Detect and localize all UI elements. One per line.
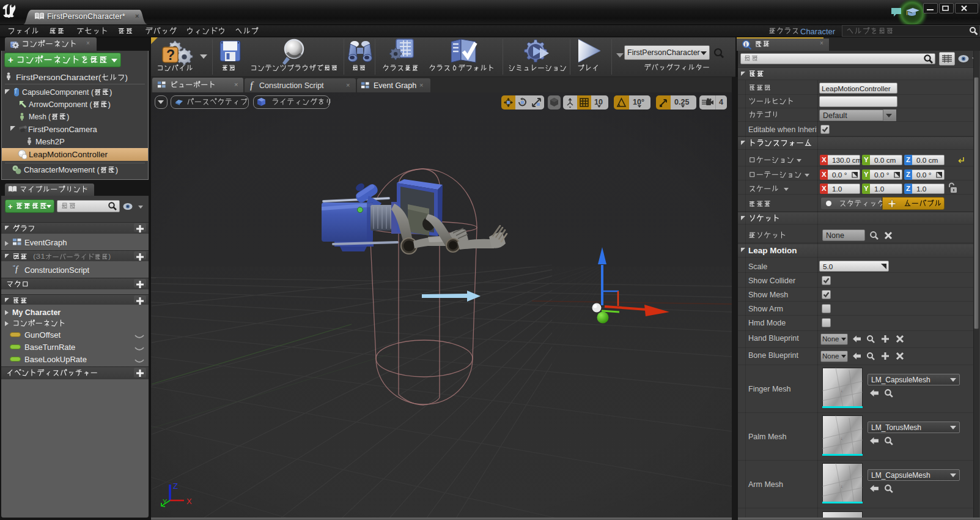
svg-text:): ) [116,166,118,174]
svg-text:↓: ↓ [841,484,843,488]
svg-text:?: ? [166,47,175,63]
svg-text:FirstPersonCharacter(: FirstPersonCharacter( [16,73,102,82]
svg-text:ArrowComponent (: ArrowComponent ( [29,100,92,109]
svg-text:): ) [125,73,128,82]
svg-text:): ) [108,100,111,109]
svg-text:↓: ↓ [841,436,843,440]
svg-text:): ) [67,113,69,121]
svg-text:Mesh (: Mesh ( [29,113,51,121]
svg-text:f: f [250,80,254,91]
svg-text:CharacterMovement (: CharacterMovement ( [24,166,100,174]
svg-text:): ) [109,88,112,97]
svg-text:(31: (31 [33,253,45,260]
svg-text:i: i [745,41,747,48]
svg-text:CapsuleComponent (: CapsuleComponent ( [22,88,94,97]
svg-text:f: f [15,265,19,273]
svg-text:): ) [108,253,111,260]
svg-text:↓: ↓ [841,388,843,393]
